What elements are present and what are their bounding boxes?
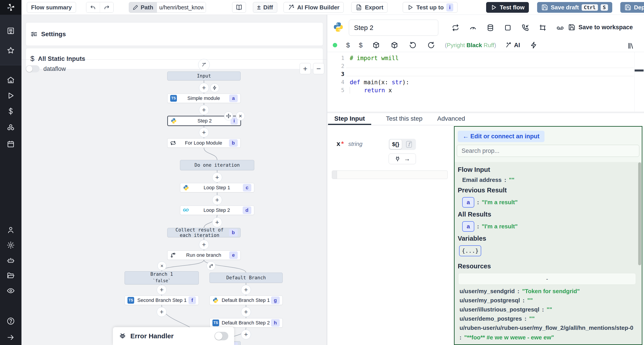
move-node-button[interactable]: [224, 111, 233, 120]
sidebar-collapse[interactable]: [6, 333, 15, 342]
flow-summary-button[interactable]: Flow summary: [27, 2, 76, 13]
undo-button[interactable]: [86, 2, 100, 12]
insert-step-button[interactable]: +: [212, 217, 222, 227]
node-default-branch[interactable]: Default Branch: [210, 273, 283, 283]
redo-button[interactable]: [100, 2, 113, 12]
package-button[interactable]: [372, 40, 381, 50]
add-branch-button[interactable]: [206, 261, 216, 270]
error-handler-toggle[interactable]: [214, 332, 228, 340]
node-default-branch-step-2[interactable]: TS Default Branch Step 2 h: [210, 318, 283, 328]
node-second-branch-step-1[interactable]: TS Second Branch Step 1 f: [124, 296, 199, 305]
ai-wand-button[interactable]: [198, 59, 210, 71]
resource-row[interactable]: u/user/my_postgresql:"": [460, 297, 634, 304]
ai-flow-builder-button[interactable]: AI Flow Builder: [284, 2, 344, 13]
sidebar-item-settings[interactable]: [6, 241, 15, 250]
function-mode-button[interactable]: f: [403, 140, 415, 149]
cache-button[interactable]: [486, 23, 495, 32]
variable-picker-button[interactable]: $: [346, 41, 350, 49]
scrollbar-thumb[interactable]: [638, 162, 641, 265]
ai-assistant-button[interactable]: AI: [505, 42, 520, 49]
zap-button[interactable]: [529, 40, 538, 50]
insert-step-button[interactable]: +: [199, 83, 209, 93]
test-up-to-button[interactable]: Test up to i: [403, 2, 458, 13]
node-input[interactable]: Input: [167, 71, 240, 80]
sidebar-item-schedules[interactable]: [6, 140, 15, 149]
sidebar-item-resources[interactable]: [6, 123, 15, 132]
insert-step-button[interactable]: +: [199, 105, 209, 115]
windmill-logo[interactable]: [0, 0, 22, 15]
sidebar-item-workspace[interactable]: [6, 26, 15, 35]
insert-step-button[interactable]: +: [212, 195, 222, 205]
sidebar-item-variables[interactable]: [6, 107, 15, 116]
deploy-button[interactable]: Deploy: [620, 2, 644, 13]
package-button-2[interactable]: [390, 40, 399, 50]
node-collect-result[interactable]: Collect result of each iteration b: [167, 228, 240, 237]
library-button[interactable]: [626, 41, 635, 50]
retries-button[interactable]: [451, 23, 460, 32]
sidebar-item-runs[interactable]: [6, 91, 15, 100]
insert-step-button[interactable]: +: [241, 330, 251, 340]
node-branch-1[interactable]: Branch 1 `false`: [124, 271, 199, 285]
sidebar-item-workers[interactable]: [6, 256, 15, 265]
node-default-branch-step-1[interactable]: Default Branch Step 1 g: [210, 296, 283, 305]
resource-row[interactable]: u/user/illustrious_postgresql:"": [460, 306, 634, 313]
prop-previous-result[interactable]: a:"I'm a result": [462, 197, 634, 208]
insert-step-button[interactable]: +: [199, 128, 209, 137]
node-do-one-iteration[interactable]: Do one iteration: [180, 160, 254, 170]
insert-step-button[interactable]: +: [157, 307, 166, 317]
export-button[interactable]: Export: [351, 2, 388, 13]
delete-node-button[interactable]: ×: [236, 111, 245, 120]
path-button[interactable]: Path: [129, 2, 157, 12]
sidebar-item-help[interactable]: [6, 317, 15, 326]
mock-button[interactable]: [503, 23, 512, 32]
node-for-loop[interactable]: For Loop Module b: [167, 138, 240, 148]
insert-step-button[interactable]: +: [212, 172, 222, 182]
sidebar-item-home[interactable]: [6, 75, 15, 84]
field-grip[interactable]: [332, 171, 337, 179]
reload-button[interactable]: [426, 40, 436, 50]
node-loop-step-1[interactable]: Loop Step 1 c: [180, 183, 254, 192]
pin-button[interactable]: [538, 23, 548, 32]
suspend-button[interactable]: [520, 23, 530, 32]
resource-row[interactable]: u/user/demo_postgres:"": [460, 315, 634, 322]
node-simple-module[interactable]: TS Simple module a: [167, 94, 240, 103]
early-stop-button[interactable]: [468, 23, 478, 32]
step-name-input[interactable]: [349, 20, 438, 36]
node-run-one-branch[interactable]: Run one branch e: [167, 251, 240, 260]
reset-button[interactable]: [408, 40, 418, 50]
insert-step-button[interactable]: +: [199, 240, 209, 250]
insert-step-button[interactable]: +: [241, 285, 251, 295]
prop-flow-input[interactable]: Email address:"": [462, 177, 634, 183]
code-editor[interactable]: 1 # import wmill 2 3 4 def main(x: str):…: [327, 52, 644, 112]
sidebar-item-users[interactable]: [6, 225, 15, 234]
tab-test-this-step[interactable]: Test this step: [386, 113, 422, 125]
flow-canvas[interactable]: Settings $ All Static Inputs dataflow + …: [22, 15, 326, 345]
node-loop-step-2[interactable]: GO Loop Step 2 d: [180, 206, 254, 215]
sidebar-item-folders[interactable]: [6, 271, 15, 280]
resource-row[interactable]: u/ruben-user/u/ruben-user/my_flow_2/g/al…: [460, 325, 634, 341]
insert-step-button[interactable]: +: [157, 285, 166, 295]
prop-all-results[interactable]: a:"I'm a result": [462, 221, 634, 232]
insert-step-button[interactable]: +: [241, 307, 251, 317]
remove-branch-button[interactable]: ×: [158, 261, 166, 270]
diff-button[interactable]: ± Diff: [253, 2, 277, 13]
save-to-workspace-button[interactable]: Save to workspace: [568, 24, 633, 31]
panel-resize-handle[interactable]: [326, 15, 327, 345]
sidebar-item-audit[interactable]: [6, 286, 15, 295]
resource-row[interactable]: u/user/my_sendgrid:"Token for sendgrid": [460, 288, 634, 295]
step-id-badge[interactable]: a: [462, 197, 474, 208]
argument-value-input[interactable]: [337, 171, 448, 179]
tab-advanced[interactable]: Advanced: [437, 113, 465, 125]
path-input[interactable]: [157, 4, 206, 11]
edit-or-connect-chip[interactable]: ← Edit or connect an input: [458, 131, 544, 142]
tab-step-input[interactable]: Step Input: [328, 113, 371, 125]
save-draft-button[interactable]: Save draft Ctrl S: [537, 2, 612, 13]
test-flow-button[interactable]: Test flow: [486, 2, 529, 13]
connect-input-button[interactable]: →: [389, 153, 416, 164]
prop-search-input[interactable]: [457, 145, 639, 157]
variables-badge[interactable]: {...}: [459, 245, 481, 256]
step-id-badge[interactable]: a: [462, 221, 474, 232]
resource-picker-button[interactable]: $: [359, 41, 363, 49]
template-mode-button[interactable]: ${}: [390, 140, 402, 149]
sidebar-item-favorites[interactable]: [6, 46, 15, 55]
